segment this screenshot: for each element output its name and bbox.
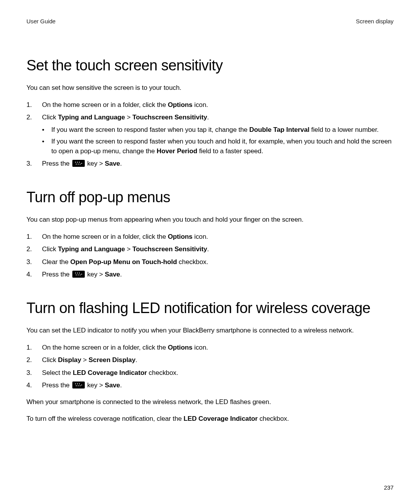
bold-term: Options xyxy=(168,233,192,240)
bold-term: Save xyxy=(105,382,120,389)
step-item: Press the key > Save. xyxy=(26,159,394,169)
step-list: On the home screen or in a folder, click… xyxy=(26,100,394,169)
step-list: On the home screen or in a folder, click… xyxy=(26,232,394,280)
blackberry-key-icon xyxy=(72,271,85,278)
section-paragraph: When your smartphone is connected to the… xyxy=(26,397,394,407)
bold-term: Hover Period xyxy=(157,147,198,155)
page-header: User Guide Screen display xyxy=(26,18,394,24)
header-right: Screen display xyxy=(356,18,394,24)
section-intro: You can stop pop-up menus from appearing… xyxy=(26,215,394,225)
step-item: Select the LED Coverage Indicator checkb… xyxy=(26,368,394,378)
section-title: Turn on flashing LED notification for wi… xyxy=(26,300,394,317)
bold-term: Save xyxy=(105,271,120,278)
document-page: User Guide Screen display Set the touch … xyxy=(0,0,420,504)
bold-term: Typing and Language xyxy=(58,114,125,121)
bold-term: Typing and Language xyxy=(58,245,125,253)
bold-term: LED Coverage Indicator xyxy=(73,369,147,376)
bold-term: Touchscreen Sensitivity xyxy=(133,114,207,121)
bold-term: Open Pop-up Menu on Touch-hold xyxy=(70,258,177,266)
step-item: On the home screen or in a folder, click… xyxy=(26,343,394,353)
step-item: Click Display > Screen Display. xyxy=(26,355,394,365)
content-sections: Set the touch screen sensitivityYou can … xyxy=(26,57,394,424)
step-item: On the home screen or in a folder, click… xyxy=(26,100,394,110)
section-intro: You can set how sensitive the screen is … xyxy=(26,83,394,93)
bold-term: Touchscreen Sensitivity xyxy=(133,245,207,253)
sub-bullet-list: If you want the screen to respond faster… xyxy=(42,125,394,156)
step-list: On the home screen or in a folder, click… xyxy=(26,343,394,390)
bold-term: Screen Display xyxy=(89,356,136,364)
sub-bullet-item: If you want the screen to respond faster… xyxy=(42,125,394,135)
blackberry-key-icon xyxy=(72,382,85,388)
section: Turn off pop-up menusYou can stop pop-up… xyxy=(26,189,394,280)
bold-term: Save xyxy=(105,160,120,167)
bold-term: Display xyxy=(58,356,81,364)
step-item: Clear the Open Pop-up Menu on Touch-hold… xyxy=(26,257,394,267)
section: Set the touch screen sensitivityYou can … xyxy=(26,57,394,169)
section-title: Set the touch screen sensitivity xyxy=(26,57,394,74)
header-left: User Guide xyxy=(26,18,56,24)
blackberry-key-icon xyxy=(72,160,85,167)
step-item: Press the key > Save. xyxy=(26,270,394,280)
step-item: Click Typing and Language > Touchscreen … xyxy=(26,244,394,254)
sub-bullet-item: If you want the screen to respond faster… xyxy=(42,136,394,156)
section-paragraph: To turn off the wireless coverage notifi… xyxy=(26,414,394,424)
bold-term: Options xyxy=(168,101,192,108)
section: Turn on flashing LED notification for wi… xyxy=(26,300,394,424)
section-intro: You can set the LED indicator to notify … xyxy=(26,326,394,336)
step-item: Click Typing and Language > Touchscreen … xyxy=(26,112,394,156)
bold-term: Options xyxy=(168,344,192,351)
step-item: Press the key > Save. xyxy=(26,380,394,390)
section-title: Turn off pop-up menus xyxy=(26,189,394,206)
page-number: 237 xyxy=(384,484,394,491)
bold-term: LED Coverage Indicator xyxy=(184,415,258,422)
bold-term: Double Tap Interval xyxy=(249,126,310,133)
step-item: On the home screen or in a folder, click… xyxy=(26,232,394,242)
